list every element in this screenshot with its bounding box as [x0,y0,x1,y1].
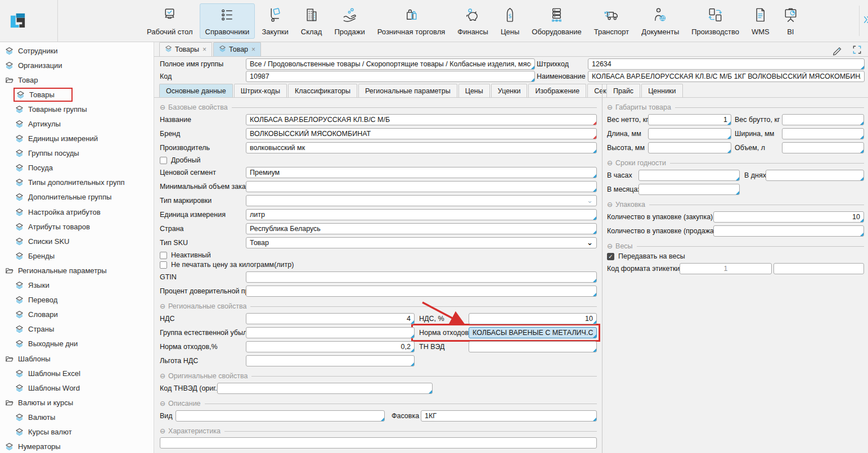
toolbar-item-wms[interactable]: WMS [746,3,775,39]
sidebar-item-tovary[interactable]: Товары [0,87,154,102]
field-obem[interactable] [782,142,864,153]
field-gruppa-estestvennoy-ubyli[interactable] [246,327,415,338]
collapse-icon[interactable]: ⊖ [160,400,165,407]
checkbox-ne-pechatat-cenu-za-kilogramm[interactable] [160,261,167,269]
sidebar-item-shablony-excel[interactable]: Шаблоны Excel [0,366,154,380]
field-lgota-nds[interactable] [246,355,415,366]
sidebar-item-tipy-dop-grupp[interactable]: Типы дополнительных групп [0,175,154,190]
tab-ceny[interactable]: Цены [458,84,490,97]
collapse-icon[interactable]: ⊖ [607,104,613,111]
field-kod[interactable]: 10987 [246,71,535,82]
sidebar-item-posuda[interactable]: Посуда [0,161,154,175]
tab-regionalnye-parametry[interactable]: Региональные параметры [358,84,457,97]
tab-osnovnye-dannye[interactable]: Основные данные [159,84,233,97]
sidebar-item-slovari[interactable]: Словари [0,307,154,322]
sidebar-item-kursy-valyut[interactable]: Курсы валют [0,424,154,439]
toolbar-item-zakupki[interactable]: Закупки [256,3,294,39]
doc-tab-tovar[interactable]: Товар× [213,42,261,56]
sidebar-item-numeratory[interactable]: Нумераторы [0,440,154,453]
field-shtrihkod[interactable]: 12634 [588,58,865,70]
toolbar-item-ceny[interactable]: $Цены [495,3,525,39]
sidebar-item-tovarnye-gruppy[interactable]: Товарные группы [0,102,154,116]
sidebar-item-regionalnye-parametry[interactable]: Региональные параметры [0,263,154,278]
field-norma-othodov[interactable]: КОЛБАСЫ ВАРЕНЫЕ С МЕТАЛИЧ.СКРЕПКА [469,327,597,338]
sidebar-item-gruppy-posudy[interactable]: Группы посуды [0,146,154,161]
field-ves-netto[interactable]: 1 [648,114,731,125]
toolbar-item-prodazhi[interactable]: Продажи [329,3,370,39]
field-gtin[interactable] [246,271,597,283]
field-procent-doveritelnoy-priemki[interactable] [246,286,597,297]
sidebar-item-perevod[interactable]: Перевод [0,293,154,307]
toolbar-item-bi[interactable]: BI [776,3,805,39]
app-logo[interactable] [0,0,58,42]
toolbar-item-desktop[interactable]: Рабочий стол [141,3,199,39]
field-nazvanie[interactable]: КОЛБАСА ВАР.БЕЛОРУССКАЯ КЛ.В/С М/Б [246,114,597,125]
toolbar-overflow-icon[interactable] [863,15,868,27]
field-cenovoy-segment[interactable]: Премиум [246,167,597,178]
field-proizvoditel[interactable]: волковысский мк [246,142,597,153]
sidebar-item-brendy[interactable]: Бренды [0,248,154,263]
field-vysota[interactable] [648,142,731,153]
collapse-icon[interactable]: ⊖ [160,373,165,379]
field-shirina[interactable] [782,128,864,139]
sidebar-item-strany[interactable]: Страны [0,322,154,337]
sidebar-item-sotrudniki[interactable]: Сотрудники [0,43,154,58]
field-edinica-izmereniya[interactable]: литр [246,209,597,220]
field-kod-formata-etiketki-2[interactable] [773,263,864,274]
field-kod-formata-etiketki[interactable]: 1 [680,263,772,274]
field-norma-othodov-percent[interactable]: 0,2 [246,341,415,352]
checkbox-peredavat-na-vesy[interactable]: ✓ [607,253,614,260]
collapse-icon[interactable]: ⊖ [160,104,165,111]
field-tn-ved[interactable] [469,341,597,352]
field-nds[interactable]: 4 [246,313,415,324]
toolbar-item-oborudovanie[interactable]: Оборудование [526,3,587,39]
toolbar-item-spravochniki[interactable]: Справочники [200,3,255,39]
edit-button[interactable] [831,44,843,58]
field-tip-sku[interactable]: Товар⌄ [246,237,597,248]
sidebar-item-vyhodnye-dni[interactable]: Выходные дни [0,337,154,351]
field-v-chasah[interactable] [638,170,740,181]
field-dlina[interactable] [648,128,731,139]
sidebar-item-nastroyka-atributov[interactable]: Настройка атрибутов [0,205,154,219]
sidebar-item-valyuty-i-kursy[interactable]: Валюты и курсы [0,395,154,410]
collapse-icon[interactable]: ⊖ [607,243,613,250]
field-tip-markirovki[interactable]: ⌄ [246,195,597,206]
sidebar-item-shablony[interactable]: Шаблоны [0,351,154,366]
sidebar-item-artikuly[interactable]: Артикулы [0,116,154,131]
toolbar-item-sklad[interactable]: Склад [295,3,328,39]
sidebar-item-edinicy-izmereniy[interactable]: Единицы измерений [0,132,154,146]
collapse-icon[interactable]: ⊖ [607,201,613,208]
sidebar-item-dop-gruppy[interactable]: Дополнительные группы [0,190,154,205]
checkbox-drobny[interactable] [160,157,167,164]
field-strana[interactable]: Республика Беларусь [246,223,597,234]
tab-ucenki[interactable]: Уценки [491,84,528,97]
field-v-mesyacah[interactable] [638,184,740,195]
field-harakteristika[interactable] [160,437,597,449]
toolbar-item-dokumenty[interactable]: Документы [636,3,685,39]
toolbar-item-transport[interactable]: Транспорт [588,3,635,39]
field-kolvo-v-upakovke-prodazha[interactable] [713,225,864,237]
field-polnoe-imya-gruppy[interactable]: Все / Продовольственные товары / Скоропо… [246,58,535,70]
collapse-icon[interactable]: ⊖ [160,303,165,310]
field-ves-brutto[interactable] [782,114,864,125]
tab-prais[interactable]: Прайс [606,84,640,97]
field-nds-percent[interactable]: 10 [469,313,597,324]
tab-klassifikatory[interactable]: Классификаторы [288,84,357,97]
sidebar-item-valyuty[interactable]: Валюты [0,410,154,424]
tab-shtrih-kody[interactable]: Штрих-коды [234,84,287,97]
doc-tab-tovary[interactable]: Товары× [159,42,212,56]
tab-cenniki[interactable]: Ценники [641,84,682,97]
collapse-icon[interactable]: ⊖ [160,428,165,434]
tab-izobrazhenie[interactable]: Изображение [528,84,586,97]
field-v-dnyah[interactable] [766,170,864,181]
field-naimenovanie[interactable]: КОЛБАСА ВАР.БЕЛОРУССКАЯ КЛ.В/С М/Б 1КГ В… [588,71,865,82]
field-vid[interactable] [176,410,385,422]
field-fasovka[interactable]: 1КГ [421,410,597,422]
close-icon[interactable]: × [251,46,255,53]
field-kod-tnved-orig[interactable] [217,383,433,394]
sidebar-item-shablony-word[interactable]: Шаблоны Word [0,380,154,395]
collapse-icon[interactable]: ⊖ [607,160,613,166]
field-brend[interactable]: ВОЛКОВЫССКИЙ МЯСОКОМБИНАТ [246,128,597,139]
sidebar-item-tovar[interactable]: Товар [0,73,154,87]
sidebar-item-organizacii[interactable]: Организации [0,58,154,73]
